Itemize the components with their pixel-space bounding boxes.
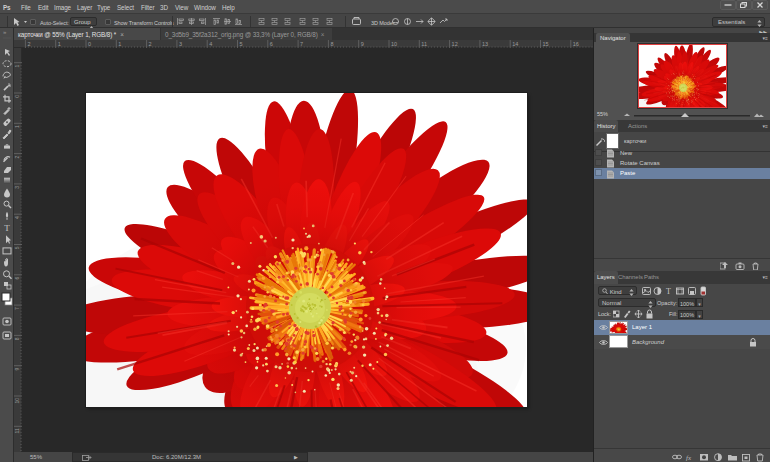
svg-text:0: 0 [88, 41, 91, 47]
svg-text:3: 3 [179, 41, 182, 47]
svg-text:1: 1 [118, 41, 121, 47]
svg-text:T: T [4, 223, 10, 233]
svg-text:8: 8 [330, 41, 333, 47]
svg-text:9: 9 [361, 41, 364, 47]
svg-text:T: T [666, 287, 671, 296]
svg-text:0: 0 [14, 95, 20, 98]
svg-text:7: 7 [14, 307, 20, 310]
svg-text:5: 5 [14, 246, 20, 249]
svg-text:10: 10 [14, 398, 20, 404]
svg-text:5: 5 [240, 41, 243, 47]
svg-text:3: 3 [14, 186, 20, 189]
svg-text:»: » [3, 29, 7, 35]
svg-text:1: 1 [14, 64, 20, 67]
svg-text:1: 1 [14, 125, 20, 128]
svg-text:2: 2 [27, 41, 30, 47]
svg-text:fx: fx [686, 454, 692, 462]
svg-text:6: 6 [14, 277, 20, 280]
svg-text:4: 4 [14, 216, 20, 219]
svg-text:7: 7 [300, 41, 303, 47]
svg-text:8: 8 [14, 337, 20, 340]
svg-text:1: 1 [58, 41, 61, 47]
svg-text:2: 2 [149, 41, 152, 47]
svg-text:11: 11 [14, 428, 20, 433]
svg-text:2: 2 [14, 155, 20, 158]
svg-text:9: 9 [14, 367, 20, 370]
svg-text:4: 4 [209, 41, 212, 47]
svg-text:6: 6 [270, 41, 273, 47]
